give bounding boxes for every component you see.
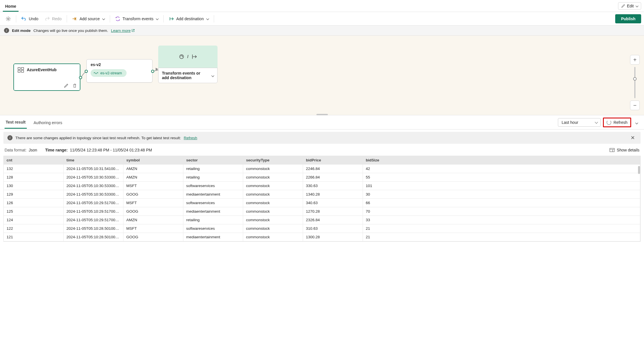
topology-canvas[interactable]: AzureEventHub es-v2 es-v2-stream / xyxy=(0,36,644,115)
add-source-button[interactable]: Add source xyxy=(69,15,107,23)
grid-header-cell[interactable]: cnt xyxy=(4,156,64,165)
table-row[interactable]: 1242024-11-05T05:10:29.5170000ZAMZNretai… xyxy=(4,216,640,224)
zoom-out-button[interactable]: − xyxy=(630,100,640,110)
transform-events-button[interactable]: Transform events xyxy=(112,15,161,23)
add-source-icon xyxy=(72,17,77,21)
output-port[interactable] xyxy=(151,70,154,73)
zoom-in-button[interactable]: + xyxy=(630,55,640,65)
grid-cell: 55 xyxy=(363,173,640,182)
grid-scrollbar[interactable] xyxy=(638,166,640,174)
tab-home[interactable]: Home xyxy=(3,1,19,12)
time-range-select[interactable]: Last hour xyxy=(558,118,601,127)
add-source-label: Add source xyxy=(80,17,100,21)
grid-cell: 130 xyxy=(4,182,64,190)
grid-header-cell[interactable]: bidSize xyxy=(363,156,640,165)
add-destination-icon xyxy=(169,17,174,21)
grid-header-cell[interactable]: time xyxy=(64,156,123,165)
table-row[interactable]: 1212024-11-05T05:10:28.5010000ZGOOGmedia… xyxy=(4,233,640,241)
table-row[interactable]: 1262024-11-05T05:10:29.5170000ZMSFTsoftw… xyxy=(4,199,640,207)
table-row[interactable]: 1302024-11-05T05:10:30.5330000ZMSFTsoftw… xyxy=(4,182,640,190)
dest-action-label: Transform events or add destination xyxy=(162,71,205,80)
refresh-button[interactable]: Refresh xyxy=(603,118,631,127)
settings-button[interactable] xyxy=(3,15,14,23)
grid-cell: 2246.84 xyxy=(303,165,363,173)
time-range-label: Time range: xyxy=(45,148,68,152)
grid-cell: mediaentertainment xyxy=(183,190,243,199)
refresh-icon xyxy=(607,120,611,125)
warn-refresh-link[interactable]: Refresh xyxy=(184,136,197,140)
table-row[interactable]: 1252024-11-05T05:10:29.5170000ZGOOGmedia… xyxy=(4,207,640,216)
pencil-icon xyxy=(621,4,625,8)
grid-header-cell[interactable]: bidPrice xyxy=(303,156,363,165)
delete-node-button[interactable] xyxy=(72,83,78,89)
undo-icon xyxy=(21,17,27,21)
infobar-text: Changes will go live once you publish th… xyxy=(33,28,108,33)
grid-cell: retailing xyxy=(183,173,243,182)
svg-point-7 xyxy=(180,55,184,59)
add-destination-button[interactable]: Add destination xyxy=(166,15,212,23)
publish-button[interactable]: Publish xyxy=(615,14,641,23)
chevron-down-icon xyxy=(635,121,638,124)
slash-text: / xyxy=(187,54,188,59)
grid-cell: 2024-11-05T05:10:28.5010000Z xyxy=(64,224,123,233)
node-destination-placeholder: / Transform events or add destination xyxy=(158,46,218,83)
grid-cell: 42 xyxy=(363,165,640,173)
grid-cell: GOOG xyxy=(123,207,183,216)
zoom-slider[interactable] xyxy=(634,67,635,98)
grid-cell: 1270.28 xyxy=(303,207,363,216)
grid-header-cell[interactable]: sector xyxy=(183,156,243,165)
refresh-options-dropdown[interactable] xyxy=(633,118,639,126)
zoom-thumb[interactable] xyxy=(633,77,637,81)
grid-cell: commonstock xyxy=(243,233,303,241)
undo-label: Undo xyxy=(29,17,38,21)
grid-cell: 330.63 xyxy=(303,182,363,190)
grid-cell: 66 xyxy=(363,199,640,207)
grid-cell: 2024-11-05T05:10:29.5170000Z xyxy=(64,199,123,207)
stream-pill-label: es-v2-stream xyxy=(100,71,122,75)
chevron-down-icon xyxy=(206,17,209,20)
stream-pill[interactable]: es-v2-stream xyxy=(91,69,127,77)
table-row[interactable]: 1222024-11-05T05:10:28.5010000ZMSFTsoftw… xyxy=(4,224,640,233)
arrowhead-icon xyxy=(156,68,158,71)
grid-cell: 124 xyxy=(4,216,64,224)
node-es-v2[interactable]: es-v2 es-v2-stream xyxy=(86,59,153,83)
stream-icon xyxy=(94,71,98,75)
grid-cell: commonstock xyxy=(243,207,303,216)
grid-cell: 2266.84 xyxy=(303,173,363,182)
grid-cell: softwareservices xyxy=(183,224,243,233)
table-row[interactable]: 1282024-11-05T05:10:30.5330000ZAMZNretai… xyxy=(4,173,640,182)
grid-cell: AMZN xyxy=(123,216,183,224)
close-banner-button[interactable]: ✕ xyxy=(629,134,637,141)
edit-dropdown[interactable]: Edit xyxy=(618,2,641,10)
node-azure-event-hub[interactable]: AzureEventHub xyxy=(13,63,80,91)
panel-resize-handle[interactable] xyxy=(316,114,328,115)
tab-test-result[interactable]: Test result xyxy=(5,116,27,129)
grid-cell: 21 xyxy=(363,233,640,241)
node-source-title: AzureEventHub xyxy=(27,67,56,72)
tab-authoring-errors[interactable]: Authoring errors xyxy=(32,116,63,128)
edit-node-button[interactable] xyxy=(63,83,69,89)
table-row[interactable]: 1292024-11-05T05:10:30.5330000ZGOOGmedia… xyxy=(4,190,640,199)
grid-header-cell[interactable]: securityType xyxy=(243,156,303,165)
input-port[interactable] xyxy=(85,70,88,73)
grid-cell: 310.63 xyxy=(303,224,363,233)
undo-button[interactable]: Undo xyxy=(19,15,41,23)
grid-cell: retailing xyxy=(183,165,243,173)
learn-more-link[interactable]: Learn more xyxy=(111,28,135,33)
stale-result-banner: i There are some changes applied in topo… xyxy=(3,132,641,144)
toolbar: Undo Redo Add source Transform events Ad… xyxy=(0,12,644,26)
show-details-button[interactable]: Show details xyxy=(610,148,639,152)
grid-header-cell[interactable]: symbol xyxy=(123,156,183,165)
dest-action-button[interactable]: Transform events or add destination xyxy=(158,68,218,83)
svg-rect-8 xyxy=(610,148,614,152)
grid-cell: 2024-11-05T05:10:29.5170000Z xyxy=(64,216,123,224)
info-icon: i xyxy=(4,28,9,33)
grid-cell: AMZN xyxy=(123,173,183,182)
output-port[interactable] xyxy=(79,76,82,79)
redo-button[interactable]: Redo xyxy=(42,15,64,23)
table-row[interactable]: 1322024-11-05T05:10:31.5410000ZAMZNretai… xyxy=(4,165,640,173)
grid-cell: softwareservices xyxy=(183,182,243,190)
grid-cell: commonstock xyxy=(243,199,303,207)
redo-label: Redo xyxy=(52,17,61,21)
grid-cell: 121 xyxy=(4,233,64,241)
